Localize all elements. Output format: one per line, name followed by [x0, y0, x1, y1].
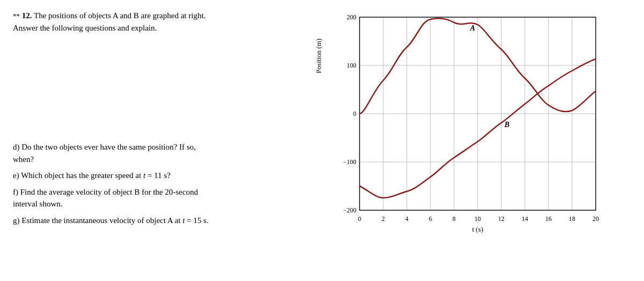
x-label-10: 10: [474, 215, 481, 223]
x-label-16: 16: [545, 215, 552, 223]
x-label-0: 0: [358, 215, 361, 223]
sub-q-g: g) Estimate the instantaneous velocity o…: [13, 215, 281, 227]
problem-number: 12.: [22, 11, 32, 20]
sub-q-f2-text: interval shown.: [13, 199, 62, 208]
left-panel: ** 12. The positions of objects A and B …: [13, 10, 292, 231]
sub-q-f-text: f) Find the average velocity of object B…: [13, 188, 198, 196]
y-label-neg200: −200: [343, 206, 356, 214]
x-label-2: 2: [382, 215, 385, 223]
right-panel: Position (m): [292, 10, 631, 258]
sub-q-d-text: d) Do the two objects ever have the same…: [13, 143, 196, 151]
x-label-20: 20: [592, 215, 599, 223]
x-label-18: 18: [569, 215, 575, 223]
chart-container: Position (m): [311, 12, 612, 258]
x-label-4: 4: [405, 215, 408, 223]
y-label-0: 0: [353, 110, 356, 117]
y-axis-label: Position (m): [314, 39, 323, 73]
x-axis-unit: t (s): [472, 225, 484, 233]
x-label-8: 8: [452, 215, 456, 223]
y-label-200: 200: [347, 13, 356, 21]
sub-q-d: d) Do the two objects ever have the same…: [13, 141, 281, 165]
sub-questions: d) Do the two objects ever have the same…: [13, 141, 281, 226]
chart-svg: 200 100 0 −100 −200 0 2 4 6 8 10 12 14 1…: [333, 12, 606, 242]
curve-b-label: B: [504, 121, 509, 129]
sub-q-e-text: e) Which object has the greater speed at…: [13, 171, 171, 180]
problem-desc-line1: The positions of objects A and B are gra…: [34, 11, 206, 20]
stars: **: [13, 12, 20, 20]
sub-q-g-text: g) Estimate the instantaneous velocity o…: [13, 216, 209, 225]
problem-desc-line2: Answer the following questions and expla…: [13, 24, 157, 32]
problem-header: ** 12. The positions of objects A and B …: [13, 10, 281, 34]
sub-q-d2-text: when?: [13, 155, 34, 164]
x-label-6: 6: [429, 215, 432, 223]
y-label-neg100: −100: [343, 158, 356, 166]
sub-q-f: f) Find the average velocity of object B…: [13, 186, 281, 210]
curve-a-label: A: [470, 24, 475, 32]
y-label-100: 100: [347, 62, 356, 69]
sub-q-e: e) Which object has the greater speed at…: [13, 169, 281, 182]
x-label-12: 12: [498, 215, 504, 223]
x-label-14: 14: [522, 215, 528, 223]
